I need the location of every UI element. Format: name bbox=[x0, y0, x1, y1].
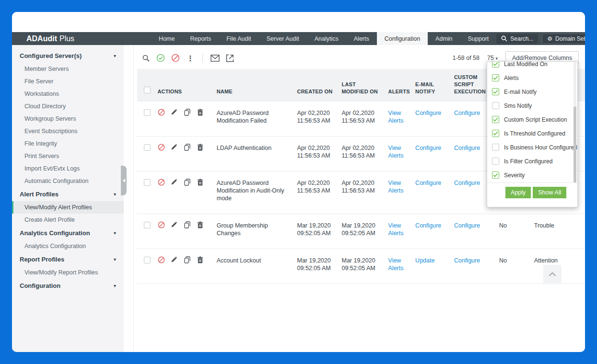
email-icon[interactable] bbox=[210, 53, 220, 63]
custom-script-link[interactable]: Configure bbox=[454, 222, 480, 229]
sidebar-item-create-alert-profile[interactable]: Create Alert Profile bbox=[12, 214, 124, 226]
app-logo[interactable]: ADAudit Plus bbox=[12, 32, 89, 45]
copy-icon[interactable] bbox=[183, 256, 191, 263]
sidebar-item-member-servers[interactable]: Member Servers bbox=[12, 63, 124, 75]
sidebar-item-cloud-directory[interactable]: Cloud Directory bbox=[12, 100, 124, 113]
page-size-select[interactable]: 75 ▾ bbox=[487, 55, 498, 61]
tab-alerts[interactable]: Alerts bbox=[346, 32, 377, 45]
email-notify-link[interactable]: Configure bbox=[415, 180, 441, 186]
dropdown-scrollbar-thumb[interactable] bbox=[574, 107, 576, 182]
sidebar-section-analytics-configuration[interactable]: Analytics Configuration ▾ bbox=[12, 226, 124, 240]
view-alerts-link[interactable]: View Alerts bbox=[388, 145, 404, 159]
email-notify-link[interactable]: Update bbox=[415, 257, 434, 264]
column-option-custom-script-execution[interactable]: Custom Script Execution bbox=[487, 113, 577, 126]
disable-icon[interactable] bbox=[157, 221, 165, 228]
delete-icon[interactable] bbox=[196, 108, 204, 116]
show-all-button[interactable]: Show All bbox=[533, 187, 566, 198]
tab-analytics[interactable]: Analytics bbox=[307, 32, 346, 45]
tab-reports[interactable]: Reports bbox=[182, 32, 219, 45]
enable-profile-icon[interactable] bbox=[156, 53, 165, 63]
delete-icon[interactable] bbox=[196, 143, 204, 151]
edit-icon[interactable] bbox=[170, 108, 178, 116]
sidebar-section-alert-profiles[interactable]: Alert Profiles ▾ bbox=[12, 187, 124, 201]
sidebar-item-file-integrity[interactable]: File Integrity bbox=[12, 137, 124, 150]
tab-configuration[interactable]: Configuration bbox=[377, 32, 428, 45]
column-option-sms-notify[interactable]: Sms Notify bbox=[487, 99, 577, 113]
tab-home[interactable]: Home bbox=[151, 32, 182, 45]
column-option-is-filter-configured[interactable]: Is Filter Configured bbox=[487, 154, 577, 168]
view-alerts-link[interactable]: View Alerts bbox=[388, 257, 404, 272]
row-checkbox[interactable] bbox=[144, 144, 151, 151]
column-header-email-notify[interactable]: E-MAIL NOTIFY bbox=[413, 69, 452, 102]
column-header-created-on[interactable]: CREATED ON bbox=[295, 69, 340, 102]
sidebar-section-configured-servers[interactable]: Configured Server(s) ▾ bbox=[12, 49, 124, 63]
custom-script-link[interactable]: Configure bbox=[454, 110, 480, 116]
column-option-last-modified-on[interactable]: Last Modified On bbox=[487, 62, 577, 71]
dropdown-scrollbar-track[interactable] bbox=[574, 62, 576, 182]
search-icon[interactable] bbox=[141, 53, 151, 63]
edit-icon[interactable] bbox=[170, 256, 178, 263]
sidebar-item-view-modify-alert-profiles[interactable]: View/Modify Alert Profiles bbox=[12, 201, 124, 214]
tab-support[interactable]: Support bbox=[460, 32, 497, 45]
email-notify-link[interactable]: Configure bbox=[415, 222, 441, 229]
disable-profile-icon[interactable] bbox=[171, 53, 180, 63]
sidebar-item-workstations[interactable]: Workstations bbox=[12, 88, 124, 100]
edit-icon[interactable] bbox=[170, 221, 178, 228]
tab-file-audit[interactable]: File Audit bbox=[219, 32, 258, 45]
scroll-to-top-button[interactable] bbox=[543, 265, 562, 283]
sidebar-item-print-servers[interactable]: Print Servers bbox=[12, 150, 124, 162]
column-option-email-notify[interactable]: E-mail Notify bbox=[487, 85, 577, 99]
sidebar-item-workgroup-servers[interactable]: Workgroup Servers bbox=[12, 113, 124, 125]
tab-server-audit[interactable]: Server Audit bbox=[259, 32, 307, 45]
column-option-alerts[interactable]: Alerts bbox=[487, 71, 577, 85]
email-notify-link[interactable]: Configure bbox=[415, 145, 441, 151]
sidebar-item-view-modify-report-profiles[interactable]: View/Modify Report Profiles bbox=[12, 266, 124, 279]
custom-script-link[interactable]: Configure bbox=[454, 257, 480, 264]
apply-button[interactable]: Apply bbox=[505, 187, 531, 198]
copy-icon[interactable] bbox=[183, 221, 191, 228]
sidebar-section-report-profiles[interactable]: Report Profiles ▾ bbox=[12, 252, 124, 266]
column-option-is-business-hour-configured[interactable]: Is Business Hour Configured bbox=[487, 140, 577, 154]
delete-icon[interactable] bbox=[196, 178, 204, 186]
more-options-icon[interactable]: ⋮ bbox=[186, 53, 195, 63]
row-checkbox[interactable] bbox=[144, 109, 151, 116]
column-header-last-modified-on[interactable]: LAST MODIFIED ON bbox=[339, 69, 386, 102]
column-header-name[interactable]: NAME bbox=[215, 69, 295, 102]
disable-icon[interactable] bbox=[157, 143, 165, 151]
disable-icon[interactable] bbox=[157, 178, 165, 186]
search-button[interactable]: Search... bbox=[496, 34, 538, 44]
sidebar-item-automatic-configuration[interactable]: Automatic Configuration bbox=[12, 175, 124, 187]
disable-icon[interactable] bbox=[157, 108, 165, 116]
export-icon[interactable] bbox=[225, 53, 234, 63]
row-checkbox[interactable] bbox=[144, 222, 151, 228]
row-checkbox[interactable] bbox=[144, 257, 151, 263]
disable-icon[interactable] bbox=[157, 256, 165, 263]
sidebar-item-file-server[interactable]: File Server bbox=[12, 75, 124, 88]
view-alerts-link[interactable]: View Alerts bbox=[388, 222, 404, 237]
domain-settings-button[interactable]: ⚙ Domain Settings bbox=[542, 34, 585, 44]
delete-icon[interactable] bbox=[196, 221, 204, 228]
column-option-is-threshold-configured[interactable]: Is Threshold Configured bbox=[487, 126, 577, 140]
email-notify-link[interactable]: Configure bbox=[415, 110, 441, 116]
copy-icon[interactable] bbox=[183, 143, 191, 151]
copy-icon[interactable] bbox=[183, 178, 191, 186]
sidebar-item-event-subscriptions[interactable]: Event Subscriptions bbox=[12, 125, 124, 137]
sidebar-collapse-handle[interactable] bbox=[121, 166, 127, 195]
column-header-actions[interactable]: ACTIONS bbox=[155, 69, 214, 102]
tab-admin[interactable]: Admin bbox=[428, 32, 460, 45]
sidebar-section-configuration[interactable]: Configuration ▾ bbox=[12, 279, 124, 293]
view-alerts-link[interactable]: View Alerts bbox=[388, 110, 404, 124]
view-alerts-link[interactable]: View Alerts bbox=[388, 180, 404, 194]
column-option-severity[interactable]: Severity bbox=[487, 168, 577, 182]
custom-script-link[interactable]: Configure bbox=[454, 145, 480, 151]
column-header-alerts[interactable]: ALERTS bbox=[386, 69, 414, 102]
custom-script-link[interactable]: Configure bbox=[454, 180, 480, 186]
sidebar-item-analytics-configuration[interactable]: Analytics Configuration bbox=[12, 240, 124, 252]
row-checkbox[interactable] bbox=[144, 179, 151, 186]
select-all-checkbox[interactable] bbox=[144, 87, 151, 93]
copy-icon[interactable] bbox=[183, 108, 191, 116]
delete-icon[interactable] bbox=[196, 256, 204, 263]
edit-icon[interactable] bbox=[170, 143, 178, 151]
sidebar-item-import-evt-logs[interactable]: Import Evt/Evtx Logs bbox=[12, 162, 124, 175]
edit-icon[interactable] bbox=[170, 178, 178, 186]
